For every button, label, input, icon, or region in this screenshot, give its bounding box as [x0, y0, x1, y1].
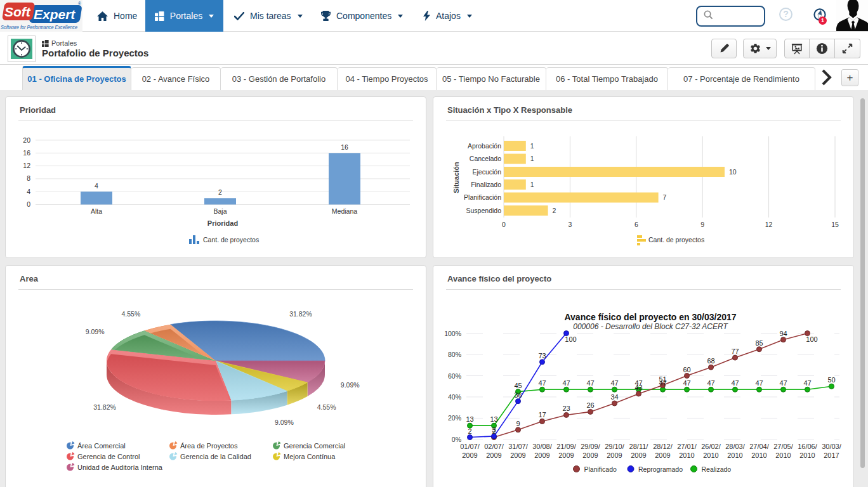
nav-item-portales[interactable]: Portales: [145, 0, 223, 32]
tab-7[interactable]: 07 - Porcentaje de Rendimiento: [668, 67, 815, 90]
svg-text:Expert: Expert: [34, 7, 76, 22]
nav-item-mis-tareas[interactable]: Mis tareas: [234, 0, 303, 32]
data-point-Realizado[interactable]: [805, 387, 810, 392]
dashboard-content: Prioridad 0481216204Alta2Baja16MedianaPr…: [0, 90, 868, 487]
tab-1[interactable]: 01 - Oficina de Proyectos: [22, 66, 131, 90]
presentation-button[interactable]: [784, 39, 810, 58]
nav-item-componentes[interactable]: Componentes: [321, 0, 403, 32]
bar-Baja[interactable]: [204, 198, 236, 204]
tab-4[interactable]: 04 - Tiempo Proyectos: [338, 67, 437, 90]
svg-text:28/11/: 28/11/: [629, 443, 649, 450]
tab-5[interactable]: 05 - Tiempo No Facturable: [437, 67, 546, 90]
data-point-Realizado[interactable]: [685, 387, 690, 392]
data-point-Realizado[interactable]: [829, 384, 834, 389]
data-point-Reprogramado[interactable]: [468, 435, 473, 440]
toolbar-button-group: [784, 39, 860, 58]
tab-scroll-right-button[interactable]: [817, 68, 835, 86]
expand-icon: [842, 43, 853, 54]
tab-6[interactable]: 06 - Total Tiempo Trabajado: [546, 67, 668, 90]
tabs: 01 - Oficina de Proyectos02 - Avance Fís…: [22, 65, 815, 90]
bar-Alta[interactable]: [81, 192, 112, 204]
tab-2[interactable]: 02 - Avance Físico: [131, 67, 221, 90]
hbar-Cancelado[interactable]: [504, 154, 526, 164]
info-button[interactable]: [810, 39, 835, 58]
bar-value-label: 16: [341, 143, 348, 151]
data-point-Planificado[interactable]: [636, 391, 641, 396]
hbar-Suspendido[interactable]: [504, 205, 548, 216]
tab-3[interactable]: 03 - Gestión de Portafolio: [221, 67, 338, 90]
nav-item-home[interactable]: Home: [97, 0, 137, 32]
edit-button[interactable]: [711, 39, 737, 58]
svg-text:2017: 2017: [824, 451, 839, 459]
svg-text:Cant. de proyectos: Cant. de proyectos: [203, 236, 259, 244]
svg-text:100%: 100%: [444, 330, 461, 337]
svg-text:17: 17: [538, 411, 546, 419]
data-point-Realizado[interactable]: [540, 387, 545, 392]
grid-icon: [42, 40, 49, 47]
hbar-Finalizado[interactable]: [504, 179, 526, 190]
data-point-Realizado[interactable]: [612, 387, 617, 392]
hbar-Planificación[interactable]: [504, 193, 659, 203]
svg-text:2010: 2010: [751, 451, 766, 459]
data-point-Planificado[interactable]: [540, 419, 545, 424]
grid-icon: [155, 11, 164, 21]
svg-text:31.82%: 31.82%: [93, 403, 116, 411]
svg-text:01/07/: 01/07/: [460, 443, 480, 450]
data-point-Planificado[interactable]: [733, 355, 738, 360]
user-avatar[interactable]: [836, 0, 868, 31]
softexpert-logo[interactable]: Soft Expert ® Software for Performance E…: [0, 0, 82, 32]
nav-item-label: Mis tareas: [250, 11, 291, 21]
svg-text:2009: 2009: [558, 451, 574, 459]
svg-text:Gerencia Comercial: Gerencia Comercial: [284, 442, 345, 450]
breadcrumb-label: Portales: [51, 39, 77, 47]
expand-button[interactable]: [835, 39, 860, 58]
svg-text:2010: 2010: [727, 451, 742, 459]
svg-text:47: 47: [755, 379, 763, 387]
svg-text:Realizado: Realizado: [702, 465, 732, 473]
settings-button[interactable]: [743, 39, 777, 58]
svg-text:36: 36: [514, 391, 522, 399]
bar-category-label: Alta: [91, 207, 102, 215]
svg-text:73: 73: [538, 352, 546, 360]
data-point-Realizado[interactable]: [757, 387, 762, 392]
svg-text:45: 45: [514, 382, 522, 389]
data-point-Planificado[interactable]: [516, 427, 521, 432]
hbar-value-label: 1: [530, 181, 534, 188]
hbar-Ejecución[interactable]: [504, 167, 725, 177]
svg-text:20%: 20%: [448, 414, 461, 422]
data-point-Reprogramado[interactable]: [540, 360, 545, 365]
search-input[interactable]: [717, 11, 761, 21]
svg-text:31/07/: 31/07/: [508, 443, 529, 450]
hbar-value-label: 1: [530, 142, 534, 150]
svg-text:4: 4: [27, 188, 30, 195]
bar-Mediana[interactable]: [329, 153, 360, 204]
data-point-Realizado[interactable]: [564, 387, 569, 392]
add-tab-button[interactable]: +: [841, 69, 858, 86]
vertical-scrollbar[interactable]: [860, 98, 865, 468]
data-point-Realizado[interactable]: [733, 387, 738, 392]
data-point-Planificado[interactable]: [685, 373, 690, 379]
svg-text:47: 47: [683, 379, 690, 387]
data-point-Realizado[interactable]: [709, 387, 714, 392]
data-point-Planificado[interactable]: [781, 337, 786, 342]
data-point-Reprogramado[interactable]: [516, 399, 521, 404]
svg-text:13: 13: [490, 415, 497, 423]
data-point-Realizado[interactable]: [588, 387, 593, 392]
svg-text:9: 9: [516, 420, 520, 427]
hbar-category-label: Aprobación: [468, 142, 501, 150]
info-icon: [816, 42, 828, 55]
hbar-value-label: 1: [530, 155, 534, 162]
data-point-Planificado[interactable]: [612, 401, 617, 406]
hbar-Aprobación[interactable]: [504, 141, 526, 151]
svg-text:Mejora Contínua: Mejora Contínua: [284, 453, 336, 460]
svg-text:31.82%: 31.82%: [289, 310, 312, 318]
nav-item-atajos[interactable]: Atajos: [423, 0, 472, 32]
data-point-Planificado[interactable]: [709, 365, 714, 370]
data-point-Planificado[interactable]: [588, 409, 593, 414]
help-icon[interactable]: ?: [779, 8, 792, 21]
data-point-Planificado[interactable]: [757, 347, 762, 352]
data-point-Planificado[interactable]: [564, 412, 569, 417]
data-point-Realizado[interactable]: [781, 387, 786, 392]
svg-text:27/01/: 27/01/: [677, 443, 697, 450]
breadcrumb[interactable]: Portales: [42, 39, 77, 47]
